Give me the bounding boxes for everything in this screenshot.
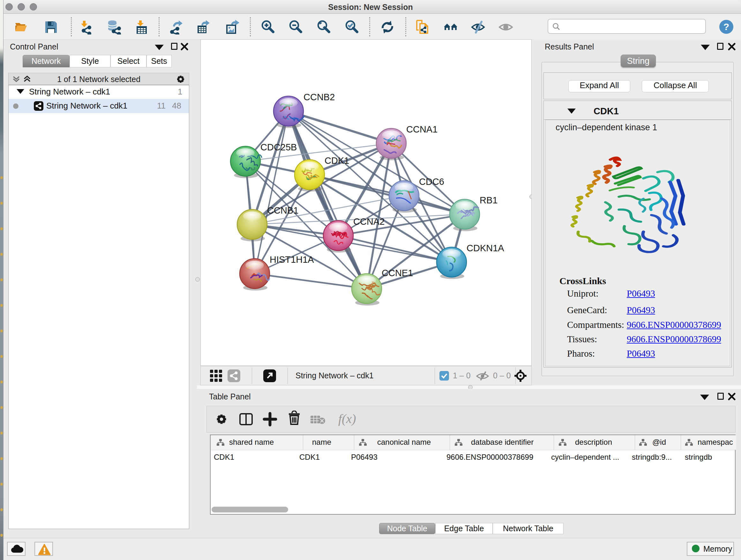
svg-text:CDK1: CDK1: [325, 155, 349, 166]
svg-text:CCNA2: CCNA2: [353, 216, 385, 227]
svg-text:CDKN1A: CDKN1A: [467, 243, 504, 253]
svg-text:CCNB2: CCNB2: [304, 92, 335, 102]
svg-text:CDC25B: CDC25B: [260, 142, 297, 152]
svg-text:?: ?: [724, 21, 729, 32]
svg-text:CCNB1: CCNB1: [267, 205, 298, 215]
svg-text:CDC6: CDC6: [419, 177, 444, 187]
svg-text:HIST1H1A: HIST1H1A: [270, 254, 314, 265]
svg-text:CCNE1: CCNE1: [382, 268, 413, 278]
svg-text:CCNA1: CCNA1: [406, 124, 437, 134]
svg-text:RB1: RB1: [480, 195, 497, 205]
